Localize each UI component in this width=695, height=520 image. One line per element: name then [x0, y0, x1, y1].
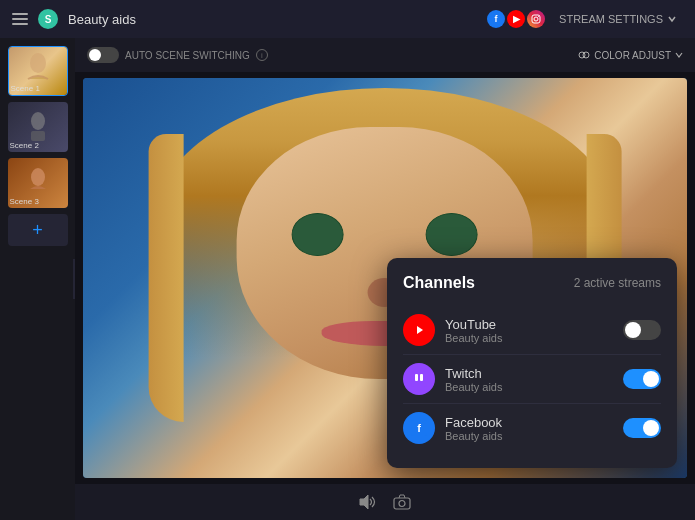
scene-1-label: Scene 1 — [11, 84, 40, 93]
svg-rect-21 — [394, 498, 410, 509]
svg-point-4 — [538, 16, 539, 17]
channels-title: Channels — [403, 274, 475, 292]
screenshot-button[interactable] — [393, 494, 411, 510]
svg-rect-17 — [420, 374, 423, 381]
top-bar-left: S Beauty aids — [12, 9, 136, 29]
platform-icons: f ▶ — [487, 10, 545, 28]
scene-3-label: Scene 3 — [10, 197, 39, 206]
preview-area: AUTO SCENE SWITCHING i COLOR ADJUST — [75, 38, 695, 520]
svg-text:f: f — [417, 422, 421, 434]
svg-rect-16 — [415, 374, 418, 381]
add-scene-button[interactable]: + — [8, 214, 68, 246]
auto-scene-toggle: AUTO SCENE SWITCHING i — [87, 47, 268, 63]
color-adjust-icon — [578, 49, 590, 61]
svg-rect-15 — [411, 371, 427, 387]
instagram-platform-icon[interactable] — [527, 10, 545, 28]
youtube-channel-icon — [403, 314, 435, 346]
youtube-channel-name: YouTube — [445, 317, 613, 332]
facebook-platform-icon[interactable]: f — [487, 10, 505, 28]
svg-text:i: i — [261, 51, 263, 60]
scene-2-label: Scene 2 — [10, 141, 39, 150]
svg-point-6 — [31, 112, 45, 130]
stream-settings-label: STREAM SETTINGS — [559, 13, 663, 25]
facebook-channel-name: Facebook — [445, 415, 613, 430]
preview-toolbar: AUTO SCENE SWITCHING i COLOR ADJUST — [75, 38, 695, 72]
app-title: Beauty aids — [68, 12, 136, 27]
facebook-channel-icon: f — [403, 412, 435, 444]
youtube-channel-item: YouTube Beauty aids — [403, 306, 661, 355]
youtube-toggle[interactable] — [623, 320, 661, 340]
svg-point-22 — [399, 501, 405, 507]
scene-item-2[interactable]: Scene 2 — [8, 102, 68, 152]
preview-frame: Channels 2 active streams YouTube Beauty… — [83, 78, 687, 478]
svg-text:S: S — [45, 14, 52, 25]
twitch-channel-item: Twitch Beauty aids — [403, 355, 661, 404]
svg-point-8 — [31, 168, 45, 186]
main-content: Scene 1 Scene 2 Scene 3 + — [0, 38, 695, 520]
auto-scene-switch[interactable] — [87, 47, 119, 63]
info-icon: i — [256, 49, 268, 61]
twitch-channel-sub: Beauty aids — [445, 381, 613, 393]
app-logo: S — [38, 9, 58, 29]
camera-icon — [393, 494, 411, 510]
color-adjust-label: COLOR ADJUST — [594, 50, 671, 61]
menu-button[interactable] — [12, 13, 28, 25]
auto-scene-label: AUTO SCENE SWITCHING — [125, 50, 250, 61]
youtube-channel-sub: Beauty aids — [445, 332, 613, 344]
twitch-channel-name: Twitch — [445, 366, 613, 381]
color-adjust-button[interactable]: COLOR ADJUST — [578, 49, 683, 61]
preview-bottom-controls — [75, 484, 695, 520]
channels-header: Channels 2 active streams — [403, 274, 661, 292]
chevron-down-icon — [675, 51, 683, 59]
twitch-toggle[interactable] — [623, 369, 661, 389]
svg-rect-7 — [31, 131, 45, 141]
twitch-channel-info: Twitch Beauty aids — [445, 366, 613, 393]
channels-active-streams: 2 active streams — [574, 276, 661, 290]
volume-icon — [359, 494, 377, 510]
youtube-channel-info: YouTube Beauty aids — [445, 317, 613, 344]
facebook-channel-info: Facebook Beauty aids — [445, 415, 613, 442]
top-bar-right: f ▶ STREAM SETTINGS — [487, 9, 683, 29]
facebook-toggle[interactable] — [623, 418, 661, 438]
svg-marker-20 — [360, 495, 368, 509]
scene-item-1[interactable]: Scene 1 — [8, 46, 68, 96]
facebook-channel-sub: Beauty aids — [445, 430, 613, 442]
left-sidebar: Scene 1 Scene 2 Scene 3 + — [0, 38, 75, 520]
volume-button[interactable] — [359, 494, 377, 510]
svg-point-5 — [30, 53, 46, 73]
youtube-platform-icon[interactable]: ▶ — [507, 10, 525, 28]
top-bar: S Beauty aids f ▶ STREAM SETTINGS — [0, 0, 695, 38]
stream-settings-button[interactable]: STREAM SETTINGS — [553, 9, 683, 29]
twitch-channel-icon — [403, 363, 435, 395]
scene-item-3[interactable]: Scene 3 — [8, 158, 68, 208]
svg-point-12 — [583, 52, 589, 58]
facebook-channel-item: f Facebook Beauty aids — [403, 404, 661, 452]
chevron-down-icon — [667, 14, 677, 24]
channels-popup: Channels 2 active streams YouTube Beauty… — [387, 258, 677, 468]
svg-point-3 — [534, 17, 538, 21]
